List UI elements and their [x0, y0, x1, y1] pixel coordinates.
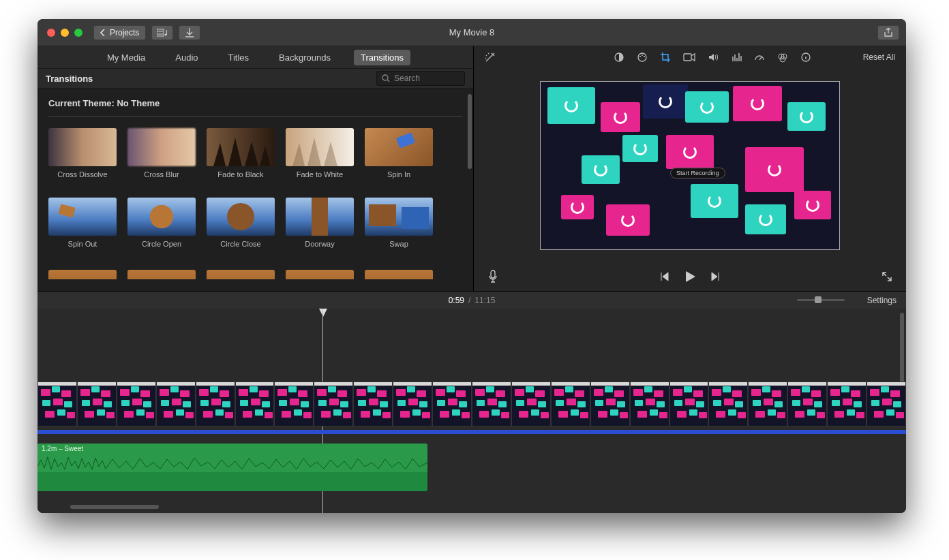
clip-thumbnail[interactable] — [235, 382, 275, 426]
palette-icon[interactable] — [637, 52, 648, 63]
svg-rect-8 — [684, 54, 691, 61]
media-import-button[interactable] — [151, 25, 173, 40]
app-window: Projects My Movie 8 My Media Audio Title… — [37, 19, 906, 513]
transition-item[interactable]: Fade to Black — [207, 128, 275, 178]
timeline[interactable]: 1.2m – Sweet — [37, 309, 906, 513]
transition-item[interactable]: Spin Out — [48, 198, 117, 248]
tab-transitions[interactable]: Transitions — [354, 50, 410, 65]
minimize-window-dot[interactable] — [61, 29, 69, 37]
tab-audio[interactable]: Audio — [168, 50, 205, 65]
info-icon[interactable] — [800, 52, 811, 63]
share-button[interactable] — [877, 25, 899, 40]
viewer-panel: Reset All — [474, 46, 906, 291]
clip-thumbnail[interactable] — [590, 382, 630, 426]
audio-clip[interactable]: 1.2m – Sweet — [37, 444, 427, 491]
play-button[interactable] — [682, 269, 697, 284]
transition-thumbnail[interactable] — [207, 198, 275, 236]
tab-backgrounds[interactable]: Backgrounds — [272, 50, 337, 65]
clip-thumbnail[interactable] — [787, 382, 827, 426]
search-input[interactable]: Search — [376, 71, 465, 86]
clip-thumbnail[interactable] — [511, 382, 551, 426]
transition-label: Cross Blur — [144, 170, 179, 178]
skip-forward-button[interactable] — [710, 271, 721, 282]
clip-thumbnail[interactable] — [196, 382, 235, 426]
clip-thumbnail[interactable] — [156, 382, 196, 426]
back-projects-button[interactable]: Projects — [93, 25, 146, 40]
zoom-slider[interactable] — [797, 299, 845, 301]
fullscreen-button[interactable] — [882, 271, 892, 282]
clip-thumbnail[interactable] — [432, 382, 472, 426]
transition-thumbnail[interactable] — [286, 198, 354, 236]
clip-thumbnail[interactable] — [353, 382, 393, 426]
transition-item[interactable]: Cross Dissolve — [48, 128, 117, 178]
clip-thumbnail[interactable] — [748, 382, 787, 426]
zoom-handle[interactable] — [815, 296, 822, 303]
transition-item[interactable]: Fade to White — [286, 128, 354, 178]
transition-thumbnail[interactable] — [365, 128, 433, 166]
volume-icon[interactable] — [708, 52, 719, 63]
transition-thumbnail[interactable] — [127, 198, 196, 236]
transition-label: Spin In — [387, 170, 410, 178]
record-voiceover-button[interactable] — [487, 270, 498, 283]
clip-thumbnail[interactable] — [551, 382, 590, 426]
total-duration: 11:15 — [474, 296, 495, 305]
reset-all-button[interactable]: Reset All — [863, 52, 895, 62]
transition-item[interactable]: Swap — [365, 198, 433, 248]
clip-thumbnail[interactable] — [630, 382, 669, 426]
transition-item[interactable]: Circle Close — [207, 198, 275, 248]
clip-thumbnail[interactable] — [827, 382, 867, 426]
contrast-icon[interactable] — [614, 52, 624, 63]
transition-thumbnail[interactable] — [48, 198, 117, 236]
tab-my-media[interactable]: My Media — [100, 50, 152, 65]
camera-icon[interactable] — [683, 52, 695, 62]
projects-label: Projects — [110, 28, 139, 37]
clip-thumbnail[interactable] — [867, 382, 906, 426]
preview-frame[interactable]: Start Recording — [540, 81, 840, 250]
clip-thumbnail[interactable] — [117, 382, 156, 426]
transitions-content: Current Theme: No Theme Cross DissolveCr… — [37, 89, 473, 291]
transition-label: Fade to White — [297, 170, 343, 178]
transition-thumbnail[interactable] — [127, 128, 196, 166]
transition-item[interactable]: Circle Open — [127, 198, 196, 248]
transition-thumbnail[interactable] — [48, 128, 117, 166]
preview-area: Start Recording — [474, 68, 906, 262]
clip-thumbnail[interactable] — [314, 382, 353, 426]
audio-clip-label: 1.2m – Sweet — [42, 445, 83, 452]
transition-thumbnail[interactable] — [365, 198, 433, 236]
clip-thumbnail[interactable] — [669, 382, 709, 426]
transition-item[interactable]: Cross Blur — [127, 128, 196, 178]
clip-thumbnail[interactable] — [37, 382, 77, 426]
clip-thumbnail[interactable] — [393, 382, 432, 426]
video-track[interactable] — [37, 382, 906, 432]
transition-label: Cross Dissolve — [57, 170, 107, 178]
transition-item[interactable]: Doorway — [286, 198, 354, 248]
equalizer-icon[interactable] — [731, 52, 742, 63]
svg-point-7 — [644, 56, 645, 57]
timeline-hscrollbar[interactable] — [37, 505, 906, 510]
transition-item[interactable]: Spin In — [365, 128, 433, 178]
import-download-button[interactable] — [179, 25, 200, 40]
timeline-hscroll-thumb[interactable] — [70, 505, 159, 509]
skip-back-button[interactable] — [659, 271, 670, 282]
preview-tooltip: Start Recording — [670, 168, 725, 178]
clip-thumbnail[interactable] — [708, 382, 748, 426]
wand-icon[interactable] — [485, 52, 496, 63]
timeline-vscrollbar[interactable] — [900, 313, 904, 388]
titlebar: Projects My Movie 8 — [37, 19, 906, 46]
crop-icon[interactable] — [660, 52, 671, 63]
transition-thumbnail[interactable] — [207, 128, 275, 166]
zoom-window-dot[interactable] — [74, 29, 82, 37]
timeline-settings-button[interactable]: Settings — [867, 296, 897, 305]
filters-icon[interactable] — [777, 52, 788, 63]
transition-thumbnail[interactable] — [286, 128, 354, 166]
close-window-dot[interactable] — [47, 29, 55, 37]
clip-thumbnail[interactable] — [274, 382, 314, 426]
scrollbar-thumb[interactable] — [468, 94, 472, 169]
download-arrow-icon — [185, 28, 194, 37]
transitions-scroll[interactable]: Current Theme: No Theme Cross DissolveCr… — [37, 89, 473, 291]
playhead-marker[interactable] — [319, 309, 327, 317]
tab-titles[interactable]: Titles — [222, 50, 256, 65]
speed-icon[interactable] — [754, 52, 765, 63]
clip-thumbnail[interactable] — [472, 382, 511, 426]
clip-thumbnail[interactable] — [77, 382, 117, 426]
